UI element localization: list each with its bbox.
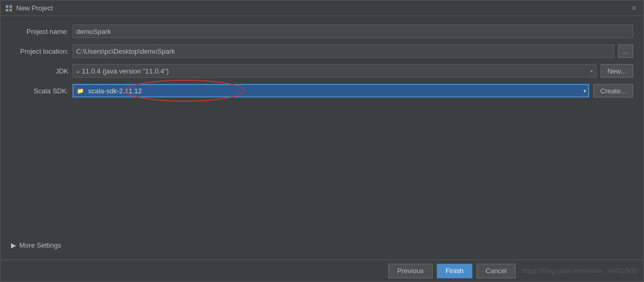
scala-sdk-value: scala-sdk-2.11.12 xyxy=(88,87,142,95)
app-icon xyxy=(5,4,13,13)
jdk-dropdown-arrow: ▾ xyxy=(590,68,593,74)
more-settings-label: More Settings xyxy=(19,241,61,249)
project-location-input[interactable] xyxy=(73,44,614,58)
project-name-input[interactable] xyxy=(73,24,633,38)
new-project-window: New Project × Project name: Project loca… xyxy=(0,0,644,282)
close-button[interactable]: × xyxy=(629,3,639,14)
scala-folder-icon: 📁 xyxy=(77,88,84,94)
cancel-button[interactable]: Cancel xyxy=(476,264,515,278)
content-spacer xyxy=(11,104,633,233)
browse-button[interactable]: ... xyxy=(618,44,633,58)
project-name-label: Project name: xyxy=(11,28,68,35)
scala-dropdown-arrow: ▾ xyxy=(583,88,586,94)
finish-button[interactable]: Finish xyxy=(437,264,473,278)
svg-rect-0 xyxy=(6,5,8,8)
project-location-row: Project location: ... xyxy=(11,44,633,58)
project-location-label: Project location: xyxy=(11,47,68,55)
svg-rect-2 xyxy=(6,9,8,11)
dialog-footer: Previous Finish Cancel https://blog.csdn… xyxy=(1,260,643,281)
dialog-content: Project name: Project location: ... JDK … xyxy=(1,16,643,260)
jdk-row: JDK ☕ 11.0.4 (java version "11.0.4") ▾ N… xyxy=(11,64,633,78)
scala-sdk-row: Scala SDK: 📁 scala-sdk-2.11.12 ▾ Create.… xyxy=(11,84,633,97)
jdk-select-wrap: ☕ 11.0.4 (java version "11.0.4") ▾ xyxy=(73,64,597,78)
project-name-row: Project name: xyxy=(11,24,633,38)
svg-rect-3 xyxy=(9,9,12,11)
previous-button[interactable]: Previous xyxy=(388,264,433,278)
more-settings-toggle[interactable]: ▶ More Settings xyxy=(11,239,633,251)
window-title: New Project xyxy=(16,4,629,12)
svg-rect-1 xyxy=(9,5,12,8)
url-text: https://blog.csdn.net/weixin_44912902 xyxy=(522,267,637,275)
create-button[interactable]: Create... xyxy=(593,84,633,97)
more-settings-arrow: ▶ xyxy=(11,241,16,249)
jdk-icon: ☕ xyxy=(76,68,80,75)
scala-sdk-wrap: 📁 scala-sdk-2.11.12 ▾ xyxy=(73,84,589,97)
jdk-label: JDK xyxy=(11,67,68,75)
scala-sdk-select[interactable]: 📁 scala-sdk-2.11.12 ▾ xyxy=(73,84,589,97)
jdk-value: 11.0.4 (java version "11.0.4") xyxy=(82,67,169,75)
new-jdk-button[interactable]: New... xyxy=(601,64,633,78)
scala-sdk-label: Scala SDK: xyxy=(11,87,68,95)
title-bar: New Project × xyxy=(1,1,643,16)
jdk-select[interactable]: ☕ 11.0.4 (java version "11.0.4") ▾ xyxy=(73,64,597,78)
